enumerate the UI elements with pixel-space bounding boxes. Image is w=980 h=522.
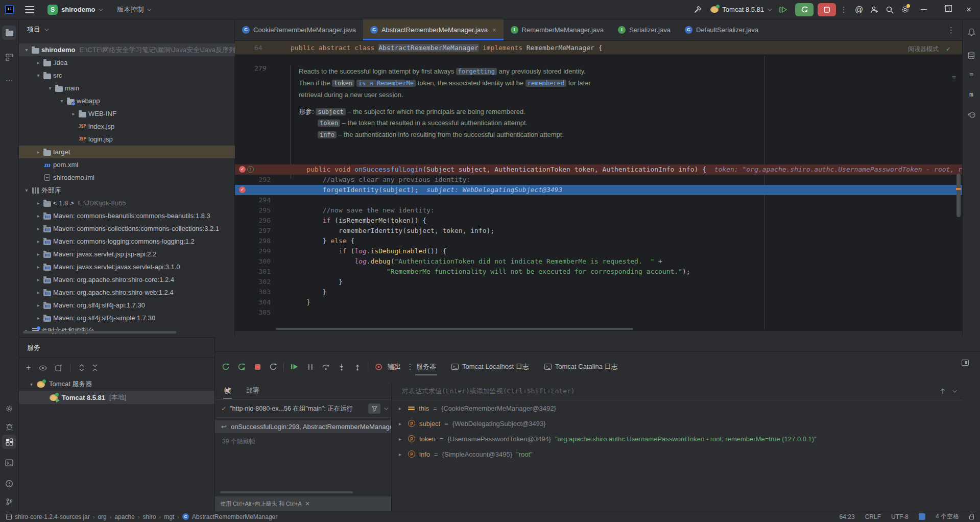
more-actions-icon[interactable]: ⋮ xyxy=(836,2,851,17)
tree-row[interactable]: ▸Maven: commons-collections:commons-coll… xyxy=(19,222,235,235)
resume-program-icon[interactable] xyxy=(776,2,791,17)
stack-frame-row[interactable]: ↩ onSuccessfulLogin:293, AbstractRemembe… xyxy=(215,420,391,433)
tomcat-server-group-row[interactable]: ▾ Tomcat 服务器 xyxy=(19,377,214,391)
indent-setting[interactable]: 4 个空格 xyxy=(936,512,959,521)
line-number[interactable]: 305 xyxy=(250,307,271,318)
add-service-icon[interactable]: + xyxy=(26,363,31,372)
at-icon[interactable]: @ xyxy=(851,2,867,17)
evaluate-expression-input[interactable]: 对表达式求值(Enter)或添加监视(Ctrl+Shift+Enter) xyxy=(392,382,963,400)
line-number[interactable]: 296 xyxy=(250,216,271,226)
chevron-down-icon[interactable] xyxy=(384,406,388,410)
chevron-expanded-icon[interactable]: ▾ xyxy=(58,98,65,104)
editor-tab[interactable]: IRememberMeManager.java xyxy=(504,19,611,40)
gradle-tool-icon[interactable] xyxy=(964,107,978,122)
code-editor[interactable]: 64 public abstract class AbstractRemembe… xyxy=(235,41,962,331)
restart-debug-icon[interactable] xyxy=(236,361,247,372)
collapse-all-icon[interactable] xyxy=(92,364,98,371)
variable-row[interactable]: ▸ptoken = {UsernamePasswordToken@3494} "… xyxy=(392,431,963,446)
chevron-collapsed-icon[interactable]: ▸ xyxy=(35,277,42,282)
chevron-collapsed-icon[interactable]: ▸ xyxy=(399,421,404,426)
tree-row[interactable]: JSPindex.jsp xyxy=(19,120,235,133)
debug-view-tab[interactable]: >_Tomcat Localhost 日志 xyxy=(450,353,530,381)
chevron-collapsed-icon[interactable]: ▸ xyxy=(35,200,42,206)
project-tree-hscrollbar[interactable] xyxy=(23,331,176,334)
chevron-collapsed-icon[interactable]: ▸ xyxy=(35,60,42,65)
stop-icon[interactable] xyxy=(252,361,263,372)
tree-row[interactable]: ▾shirodemoE:\CTF\网络安全学习笔记\漏洞\Java安全\Java… xyxy=(19,43,235,56)
services-tool-icon[interactable] xyxy=(2,435,16,449)
chevron-collapsed-icon[interactable]: ▸ xyxy=(35,290,42,295)
code-line[interactable]: 302 } xyxy=(235,277,962,287)
breadcrumb-class[interactable]: AbstractRememberMeManager xyxy=(192,513,277,520)
code-line[interactable]: 294 xyxy=(235,195,962,205)
code-line[interactable]: 298 } else { xyxy=(235,236,962,246)
breadcrumb-item[interactable]: org xyxy=(98,513,106,520)
chevron-collapsed-icon[interactable]: ▸ xyxy=(35,213,42,219)
settings-gear-icon[interactable] xyxy=(897,2,913,17)
layout-settings-icon[interactable] xyxy=(962,360,969,366)
variable-row[interactable]: ▸pinfo = {SimpleAccount@3495} "root" xyxy=(392,446,963,462)
chevron-collapsed-icon[interactable]: ▸ xyxy=(399,452,404,457)
debug-view-tab[interactable]: >_Tomcat Catalina 日志 xyxy=(543,353,619,381)
window-close-button[interactable]: × xyxy=(958,0,980,19)
code-line[interactable]: 299 if (log.isDebugEnabled()) { xyxy=(235,246,962,256)
maven-tool-icon[interactable]: m xyxy=(964,87,978,101)
chevron-expanded-icon[interactable]: ▾ xyxy=(23,187,30,193)
tree-row[interactable]: ▸Maven: commons-logging:commons-logging:… xyxy=(19,235,235,248)
editor-tab[interactable]: CAbstractRememberMeManager.java× xyxy=(363,19,504,40)
view-breakpoints-icon[interactable] xyxy=(373,361,384,372)
tree-row[interactable]: ▾main xyxy=(19,82,235,94)
variable-row[interactable]: ▸this = {CookieRememberMeManager@3492} xyxy=(392,400,963,416)
stop-button[interactable] xyxy=(818,3,836,16)
tree-row[interactable]: shirodemo.iml xyxy=(19,171,235,184)
rerun-icon[interactable] xyxy=(220,361,231,372)
structure-tool-icon[interactable] xyxy=(2,50,16,64)
code-line[interactable]: 300 log.debug("AuthenticationToken did n… xyxy=(235,256,962,267)
tree-row[interactable]: JSPlogin.jsp xyxy=(19,133,235,146)
chevron-collapsed-icon[interactable]: ▸ xyxy=(35,315,42,321)
code-with-me-icon[interactable] xyxy=(867,2,882,17)
line-number[interactable]: 297 xyxy=(250,226,271,236)
chevron-collapsed-icon[interactable]: ▸ xyxy=(35,302,42,308)
code-line[interactable]: 295 //now save the new identity: xyxy=(235,205,962,216)
editor-tab[interactable]: CCookieRememberMeManager.java xyxy=(235,19,363,40)
tree-row[interactable]: ▸.idea xyxy=(19,56,235,69)
chevron-collapsed-icon[interactable]: ▸ xyxy=(70,111,77,116)
code-line[interactable]: 296 if (isRememberMe(token)) { xyxy=(235,216,962,226)
restart-debugger-button[interactable] xyxy=(795,3,814,16)
chevron-down-icon[interactable] xyxy=(952,388,957,392)
tree-row[interactable]: ▸Maven: javax.servlet.jsp:jsp-api:2.2 xyxy=(19,248,235,260)
editor-hscrollbar[interactable] xyxy=(276,328,633,330)
line-number[interactable]: 295 xyxy=(250,205,271,216)
line-number[interactable]: 301 xyxy=(250,267,271,277)
close-icon[interactable]: ✕ xyxy=(305,501,387,507)
tree-row[interactable]: ▾src xyxy=(19,69,235,82)
tree-row[interactable]: ▸Maven: commons-beanutils:commons-beanut… xyxy=(19,209,235,222)
editor-vscrollbar[interactable] xyxy=(957,174,961,217)
breakpoint-icon[interactable]: ✓ xyxy=(239,186,246,193)
pause-icon[interactable] xyxy=(304,361,316,372)
step-out-icon[interactable] xyxy=(352,361,363,372)
chevron-collapsed-icon[interactable]: ▸ xyxy=(399,406,404,411)
vcs-widget[interactable]: 版本控制 xyxy=(117,5,150,14)
tree-row[interactable]: ▸target xyxy=(19,146,235,158)
show-services-eye-icon[interactable] xyxy=(39,365,47,371)
variable-row[interactable]: ▸psubject = {WebDelegatingSubject@3493} xyxy=(392,416,963,431)
chevron-expanded-icon[interactable]: ▾ xyxy=(23,47,30,53)
override-marker-icon[interactable]: ↑ xyxy=(247,166,254,173)
settings-tool-icon[interactable] xyxy=(2,401,16,416)
notifications-icon[interactable] xyxy=(964,25,978,39)
breadcrumb-item[interactable]: apache xyxy=(114,513,134,520)
readonly-lock-icon[interactable] xyxy=(969,516,974,519)
tree-row[interactable]: ▸Maven: org.apache.shiro:shiro-core:1.2.… xyxy=(19,273,235,286)
database-tool-icon[interactable] xyxy=(964,48,978,62)
code-line[interactable]: 301 "RememberMe functionality will not b… xyxy=(235,267,962,277)
line-number[interactable]: 298 xyxy=(250,236,271,246)
frames-hscrollbar[interactable] xyxy=(220,491,353,493)
line-number[interactable]: 302 xyxy=(250,277,271,287)
tree-row[interactable]: ▸< 1.8 >E:\JDK\jdk-8u65 xyxy=(19,197,235,209)
tree-row[interactable]: ▸Maven: org.slf4j:slf4j-simple:1.7.30 xyxy=(19,312,235,324)
tab-list-more-icon[interactable]: ⋮ xyxy=(947,26,962,35)
breadcrumb-item[interactable]: shiro xyxy=(142,513,156,520)
line-number[interactable]: 300 xyxy=(250,256,271,267)
